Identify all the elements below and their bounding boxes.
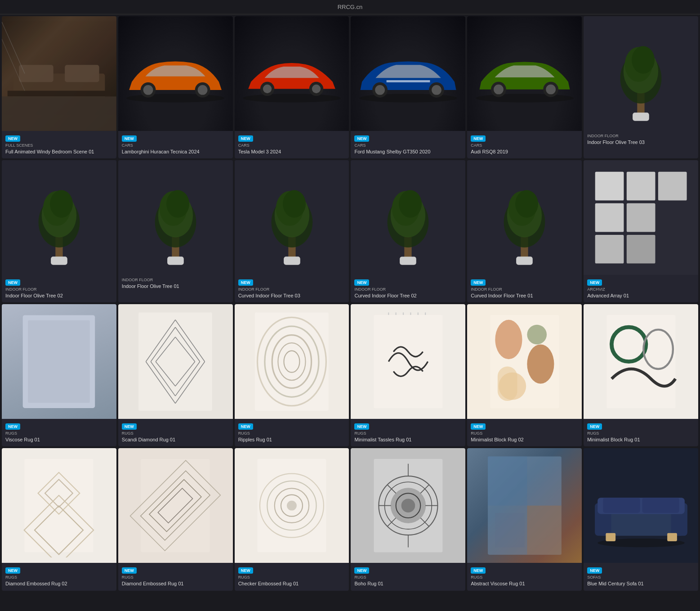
- svg-rect-66: [658, 172, 687, 201]
- svg-point-62: [515, 190, 538, 218]
- card-ripples-rug[interactable]: NEWRUGSRipples Rug 01: [235, 304, 349, 446]
- card-category: RUGS: [587, 431, 695, 436]
- card-category: CARS: [471, 143, 578, 148]
- svg-point-44: [166, 190, 189, 218]
- svg-rect-33: [633, 112, 649, 121]
- svg-rect-68: [627, 203, 655, 232]
- card-blue-mid-century-sofa[interactable]: NEWSOFASBlue Mid Century Sofa 01: [584, 448, 698, 590]
- card-curved-indoor-tree-1[interactable]: NEWINDOOR FLOORCurved Indoor Floor Tree …: [467, 160, 582, 302]
- card-image-boho-rug: [351, 448, 465, 563]
- card-image-curved-indoor-tree-2: [351, 160, 465, 275]
- card-checker-embossed-rug[interactable]: NEWRUGSChecker Embossed Rug 01: [235, 448, 349, 590]
- card-title: Tesla Model 3 2024: [238, 148, 346, 155]
- card-title: Indoor Floor Olive Tree 03: [587, 139, 695, 145]
- new-badge: NEW: [587, 423, 602, 430]
- card-image-blue-mid-century-sofa: [584, 448, 698, 563]
- card-abstract-viscose-rug[interactable]: NEWRUGSAbstract Viscose Rug 01: [467, 448, 582, 590]
- card-image-audi-rsq8: [467, 16, 582, 131]
- svg-point-7: [126, 94, 224, 102]
- card-title: Curved Indoor Floor Tree 01: [471, 292, 578, 299]
- card-minimalist-tassles-rug[interactable]: NEWRUGSMinimalist Tassles Rug 01: [351, 304, 465, 446]
- new-badge: NEW: [587, 279, 602, 286]
- card-minimalist-block-rug-1[interactable]: NEWRUGSMinimalist Block Rug 01: [584, 304, 698, 446]
- svg-rect-67: [595, 203, 624, 232]
- new-badge: NEW: [354, 423, 369, 430]
- card-indoor-floor-olive-3[interactable]: INDOOR FLOORIndoor Floor Olive Tree 03: [584, 16, 698, 158]
- card-lamborghini-huracan[interactable]: NEWCARSLamborghini Huracan Tecnica 2024: [118, 16, 233, 158]
- svg-point-9: [143, 85, 153, 95]
- svg-point-103: [527, 325, 547, 345]
- card-title: Viscose Rug 01: [5, 436, 113, 443]
- card-category: CARS: [122, 143, 229, 148]
- card-title: Ripples Rug 01: [238, 436, 346, 443]
- svg-rect-72: [28, 320, 90, 403]
- card-curved-indoor-tree-3[interactable]: NEWINDOOR FLOORCurved Indoor Floor Tree …: [235, 160, 349, 302]
- card-image-advanced-array: [584, 160, 698, 275]
- card-advanced-array[interactable]: NEWARCHVIZAdvanced Array 01: [584, 160, 698, 302]
- card-scandi-diamond-rug[interactable]: NEWRUGSScandi Diamond Rug 01: [118, 304, 233, 446]
- svg-point-129: [401, 499, 415, 513]
- card-category: RUGS: [122, 431, 229, 436]
- card-title: Advanced Array 01: [587, 292, 695, 299]
- card-diamond-embossed-rug-2[interactable]: NEWRUGSDiamond Embossed Rug 02: [2, 448, 116, 590]
- card-category: RUGS: [238, 575, 346, 580]
- card-ford-mustang[interactable]: NEWCARSFord Mustang Shelby GT350 2020: [351, 16, 465, 158]
- svg-point-14: [263, 85, 272, 93]
- svg-point-23: [476, 94, 574, 102]
- svg-point-19: [375, 85, 385, 95]
- new-badge: NEW: [122, 135, 137, 142]
- new-badge: NEW: [122, 567, 137, 574]
- svg-point-32: [632, 46, 655, 74]
- card-image-indoor-floor-olive-3: [584, 16, 698, 131]
- new-badge: NEW: [587, 567, 602, 574]
- card-image-curved-indoor-tree-1: [467, 160, 582, 275]
- svg-rect-39: [51, 256, 67, 265]
- svg-rect-86: [255, 312, 329, 410]
- card-title: Blue Mid Century Sofa 01: [587, 580, 695, 587]
- svg-line-5: [2, 22, 25, 74]
- card-indoor-floor-olive-2[interactable]: NEWINDOOR FLOORIndoor Floor Olive Tree 0…: [2, 160, 116, 302]
- card-boho-rug[interactable]: NEWRUGSBoho Rug 01: [351, 448, 465, 590]
- svg-point-25: [494, 85, 504, 94]
- card-diamond-embossed-rug-1[interactable]: NEWRUGSDiamond Embossed Rug 01: [118, 448, 233, 590]
- card-title: Minimalist Tassles Rug 01: [354, 436, 462, 443]
- card-audi-rsq8[interactable]: NEWCARSAudi RSQ8 2019: [467, 16, 582, 158]
- card-category: RUGS: [5, 431, 113, 436]
- svg-point-16: [312, 85, 321, 93]
- card-minimalist-block-rug-2[interactable]: NEWRUGSMinimalist Block Rug 02: [467, 304, 582, 446]
- card-title: Ford Mustang Shelby GT350 2020: [354, 148, 462, 155]
- card-image-indoor-floor-olive-1: [118, 160, 233, 275]
- card-category: CARS: [238, 143, 346, 148]
- card-category: RUGS: [354, 575, 462, 580]
- new-badge: NEW: [238, 567, 253, 574]
- card-image-indoor-floor-olive-2: [2, 160, 116, 275]
- top-bar: RRCG.cn: [0, 0, 700, 14]
- card-category: INDOOR FLOOR: [238, 287, 346, 292]
- card-tesla-model-3[interactable]: NEWCARSTesla Model 3 2024: [235, 16, 349, 158]
- new-badge: NEW: [354, 135, 369, 142]
- card-category: INDOOR FLOOR: [122, 278, 229, 282]
- card-full-animated-windy-bedroom[interactable]: NEWFULL SCENESFull Animated Windy Bedroo…: [2, 16, 116, 158]
- new-badge: NEW: [5, 423, 20, 430]
- card-image-diamond-embossed-rug-2: [2, 448, 116, 563]
- card-title: Diamond Embossed Rug 01: [122, 580, 229, 587]
- card-image-ford-mustang: [351, 16, 465, 131]
- card-curved-indoor-tree-2[interactable]: NEWINDOOR FLOORCurved Indoor Floor Tree …: [351, 160, 465, 302]
- card-title: Lamborghini Huracan Tecnica 2024: [122, 148, 229, 155]
- svg-rect-140: [642, 498, 679, 513]
- new-badge: NEW: [471, 423, 486, 430]
- watermark: RRCG.cn: [338, 4, 363, 10]
- svg-rect-64: [595, 172, 624, 201]
- card-image-abstract-viscose-rug: [467, 448, 582, 563]
- card-category: RUGS: [5, 575, 113, 580]
- svg-rect-65: [627, 172, 655, 201]
- card-image-scandi-diamond-rug: [118, 304, 233, 419]
- svg-point-50: [283, 190, 306, 218]
- card-category: RUGS: [238, 431, 346, 436]
- svg-rect-22: [386, 80, 430, 82]
- card-image-minimalist-block-rug-2: [467, 304, 582, 419]
- card-indoor-floor-olive-1[interactable]: INDOOR FLOORIndoor Floor Olive Tree 01: [118, 160, 233, 302]
- card-viscose-rug[interactable]: NEWRUGSViscose Rug 01: [2, 304, 116, 446]
- card-image-diamond-embossed-rug-1: [118, 448, 233, 563]
- card-image-curved-indoor-tree-3: [235, 160, 349, 275]
